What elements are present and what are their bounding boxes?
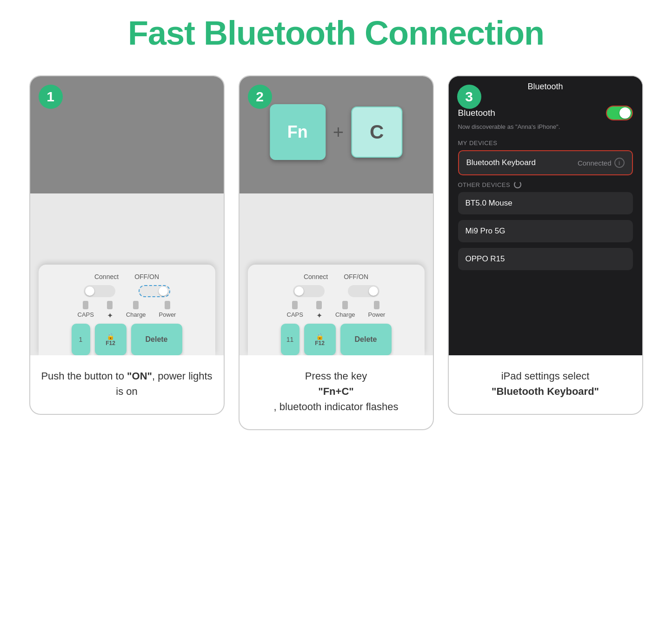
key-delete-2: Delete [340,324,392,355]
step-badge-2: 2 [248,85,272,109]
fn-key: Fn [270,104,326,160]
caps-indicator-1: CAPS [78,301,94,320]
toggle-thumb [619,107,631,119]
key-f12-2: 🔒 F12 [304,324,336,355]
key-2-num: 11 [281,324,299,355]
key-f12-1: 🔒 F12 [95,324,126,355]
phone-screen: Bluetooth Bluetooth Now discoverable as … [449,76,642,355]
bt-led-1 [107,301,113,309]
indicators-row-1: CAPS ✦ Charge Power [48,301,206,320]
card-2-image: 2 Fn + C Connect OFF/ON [240,76,433,355]
lock-icon-2: 🔒 [316,333,324,340]
caption-3-line1: iPad settings select [501,370,590,382]
charge-led-2 [342,301,348,309]
plus-icon: + [333,122,344,143]
other-device-2[interactable]: Mi9 Pro 5G [458,220,633,242]
bt-indicator-2: ✦ [316,301,322,320]
bluetooth-toggle-row: Bluetooth [458,106,633,120]
switch-row-1 [48,285,206,297]
indicators-row-2: CAPS ✦ Charge Power [257,301,415,320]
lock-icon-1: 🔒 [106,333,114,340]
other-devices-header: OTHER DEVICES [458,181,511,188]
caps-label-2: CAPS [287,311,303,318]
card-1-caption: Push the button to "ON", power lights is… [30,355,224,414]
keyboard-body-1: Connect OFF/ON [39,265,215,355]
charge-label-2: Charge [335,311,355,318]
device-status: Connected i [578,158,625,168]
paired-device-row[interactable]: Bluetooth Keyboard Connected i [458,150,633,175]
bluetooth-icon-1: ✦ [107,311,113,320]
caption-1-line1: Push the button to [41,370,127,382]
bt-indicator-1: ✦ [107,301,113,320]
connect-switch-2[interactable] [293,285,325,297]
offon-thumb-2 [369,286,378,296]
card-2-caption: Press the key "Fn+C" , bluetooth indicat… [240,355,433,429]
card-3-image: 3 Bluetooth Bluetooth Now discoverable [449,76,642,355]
bluetooth-icon-2: ✦ [316,311,322,320]
caps-label-1: CAPS [78,311,94,318]
power-label-2: Power [368,311,386,318]
offon-label-2: OFF/ON [344,273,368,280]
charge-label-1: Charge [126,311,146,318]
caption-1-bold: "ON" [127,370,152,382]
step-badge-3: 3 [457,85,481,109]
power-led-2 [374,301,379,309]
card-1-image: 1 Connect OFF/ON [30,76,224,355]
other-device-1[interactable]: BT5.0 Mouse [458,192,633,214]
keyboard-scene-1: Connect OFF/ON [30,76,224,355]
step-badge-1: 1 [39,85,63,109]
spinner-icon [514,181,521,188]
offon-switch-2[interactable] [348,285,379,297]
other-devices-header-row: OTHER DEVICES [458,181,633,188]
caps-indicator-2: CAPS [287,301,303,320]
page-title: Fast Bluetooth Connection [128,14,544,52]
power-indicator-2: Power [368,301,386,320]
info-button[interactable]: i [614,158,625,168]
charge-led-1 [133,301,139,309]
switch-label-row-1: Connect OFF/ON [48,273,206,280]
key-combo-2: Fn + C [270,104,402,160]
charge-indicator-1: Charge [126,301,146,320]
other-device-3[interactable]: OPPO R15 [458,248,633,270]
connect-switch-1[interactable] [84,285,115,297]
my-devices-header: MY DEVICES [458,140,633,146]
offon-thumb-1 [159,286,168,296]
keys-row-2: 11 🔒 F12 Delete [257,324,415,355]
paired-device-name: Bluetooth Keyboard [466,158,536,167]
keys-row-1: 1 🔒 F12 Delete [48,324,206,355]
other-device-name-3: OPPO R15 [466,254,505,264]
key-1-num: 1 [72,324,90,355]
connect-thumb-1 [85,286,94,296]
caption-2-line2: , bluetooth indicator flashes [274,401,399,412]
card-2: 2 Fn + C Connect OFF/ON [239,75,434,430]
offon-label-1: OFF/ON [134,273,159,280]
caps-led-2 [292,301,298,309]
card-1: 1 Connect OFF/ON [29,75,225,415]
power-led-1 [165,301,170,309]
other-device-name-2: Mi9 Pro 5G [466,226,506,236]
bt-led-2 [316,301,322,309]
connect-label-2: Connect [304,273,328,280]
connected-text: Connected [578,159,612,167]
power-label-1: Power [159,311,176,318]
caption-2-bold: "Fn+C" [318,386,353,397]
c-key: C [351,106,402,158]
caps-led-1 [83,301,88,309]
cards-row: 1 Connect OFF/ON [19,75,653,430]
other-device-name-1: BT5.0 Mouse [466,199,512,208]
keyboard-body-2: Connect OFF/ON CAPS [248,265,425,355]
connect-label-1: Connect [94,273,119,280]
switch-row-2 [257,285,415,297]
statusbar-title: Bluetooth [527,82,563,91]
charge-indicator-2: Charge [335,301,355,320]
other-devices-section: OTHER DEVICES BT5.0 Mouse Mi9 Pro 5G OPP… [458,181,633,270]
discoverable-text: Now discoverable as "Anna's iPhone". [458,123,633,130]
bluetooth-toggle[interactable] [606,106,633,120]
card-3-caption: iPad settings select "Bluetooth Keyboard… [449,355,642,414]
connect-thumb-2 [294,286,304,296]
switch-label-row-2: Connect OFF/ON [257,273,415,280]
card-3: 3 Bluetooth Bluetooth Now discoverable [448,75,643,415]
offon-switch-1[interactable] [139,285,170,297]
power-indicator-1: Power [159,301,176,320]
phone-content: Bluetooth Now discoverable as "Anna's iP… [449,96,642,355]
